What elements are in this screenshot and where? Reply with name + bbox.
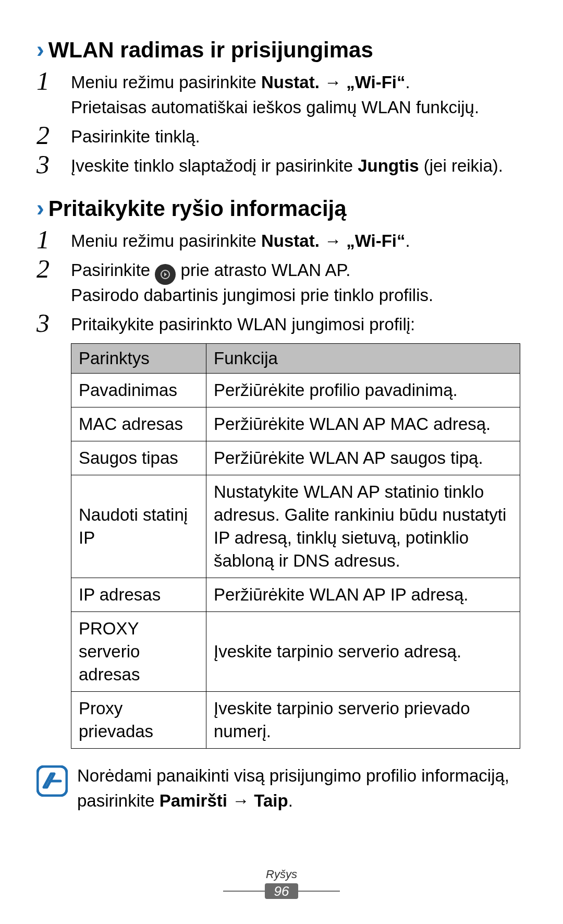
- table-row: Naudoti statinį IP Nustatykite WLAN AP s…: [71, 475, 520, 578]
- table-cell: IP adresas: [71, 578, 206, 612]
- table-header: Parinktys: [71, 344, 206, 374]
- step-number: 1: [36, 226, 67, 253]
- table-cell: Saugos tipas: [71, 441, 206, 475]
- table-row: IP adresas Peržiūrėkite WLAN AP IP adres…: [71, 578, 520, 612]
- table-cell: Proxy prievadas: [71, 692, 206, 749]
- section-title: Pritaikykite ryšio informaciją: [48, 196, 347, 221]
- table-cell: Peržiūrėkite WLAN AP IP adresą.: [206, 578, 520, 612]
- step-number: 3: [36, 151, 67, 177]
- step-3b: 3 Pritaikykite pasirinkto WLAN jungimosi…: [36, 310, 527, 337]
- section-heading-wlan: › WLAN radimas ir prisijungimas: [36, 37, 527, 63]
- step-body: Pasirinkite tinklą.: [71, 122, 200, 149]
- step-number: 2: [36, 256, 67, 282]
- table-cell: Įveskite tarpinio serverio prievado nume…: [206, 692, 520, 749]
- step-number: 2: [36, 122, 67, 148]
- table-row: Pavadinimas Peržiūrėkite profilio pavadi…: [71, 374, 520, 407]
- step-body: Meniu režimu pasirinkite Nustat. → „Wi-F…: [71, 226, 410, 254]
- step-body: Įveskite tinklo slaptažodį ir pasirinkit…: [71, 151, 503, 178]
- note-text: Norėdami panaikinti visą prisijungimo pr…: [77, 763, 527, 813]
- table-cell: MAC adresas: [71, 407, 206, 441]
- table-cell: Nustatykite WLAN AP statinio tinklo adre…: [206, 475, 520, 578]
- section-title: WLAN radimas ir prisijungimas: [48, 38, 373, 63]
- note-box: Norėdami panaikinti visą prisijungimo pr…: [36, 763, 527, 813]
- step-2: 2 Pasirinkite tinklą.: [36, 122, 527, 149]
- step-body: Meniu režimu pasirinkite Nustat. → „Wi-F…: [71, 68, 479, 120]
- table-cell: Peržiūrėkite profilio pavadinimą.: [206, 374, 520, 407]
- step-body: Pritaikykite pasirinkto WLAN jungimosi p…: [71, 310, 415, 337]
- page-number: 96: [265, 883, 299, 899]
- table-header-row: Parinktys Funkcija: [71, 344, 520, 374]
- note-icon: [36, 765, 68, 797]
- table-cell: PROXY serverio adresas: [71, 612, 206, 692]
- table-row: MAC adresas Peržiūrėkite WLAN AP MAC adr…: [71, 407, 520, 441]
- step-body: Pasirinkite prie atrasto WLAN AP. Pasiro…: [71, 256, 433, 308]
- table-cell: Pavadinimas: [71, 374, 206, 407]
- table-cell: Peržiūrėkite WLAN AP MAC adresą.: [206, 407, 520, 441]
- step-1: 1 Meniu režimu pasirinkite Nustat. → „Wi…: [36, 68, 527, 120]
- table-cell: Įveskite tarpinio serverio adresą.: [206, 612, 520, 692]
- step-number: 1: [36, 68, 67, 94]
- chevron-right-icon: ›: [36, 37, 44, 63]
- options-table: Parinktys Funkcija Pavadinimas Peržiūrėk…: [71, 343, 520, 749]
- table-row: Proxy prievadas Įveskite tarpinio server…: [71, 692, 520, 749]
- step-2b: 2 Pasirinkite prie atrasto WLAN AP. Pasi…: [36, 256, 527, 308]
- step-1b: 1 Meniu režimu pasirinkite Nustat. → „Wi…: [36, 226, 527, 254]
- section-heading-customize: › Pritaikykite ryšio informaciją: [36, 195, 527, 221]
- chevron-right-icon: ›: [36, 195, 44, 221]
- footer: Ryšys 96: [0, 868, 563, 899]
- page: › WLAN radimas ir prisijungimas 1 Meniu …: [0, 0, 563, 924]
- table-row: Saugos tipas Peržiūrėkite WLAN AP saugos…: [71, 441, 520, 475]
- table-row: PROXY serverio adresas Įveskite tarpinio…: [71, 612, 520, 692]
- step-3: 3 Įveskite tinklo slaptažodį ir pasirink…: [36, 151, 527, 178]
- table-header: Funkcija: [206, 344, 520, 374]
- footer-label: Ryšys: [0, 868, 563, 881]
- table-cell: Naudoti statinį IP: [71, 475, 206, 578]
- step-number: 3: [36, 310, 67, 336]
- table-cell: Peržiūrėkite WLAN AP saugos tipą.: [206, 441, 520, 475]
- details-circle-icon: [155, 264, 176, 285]
